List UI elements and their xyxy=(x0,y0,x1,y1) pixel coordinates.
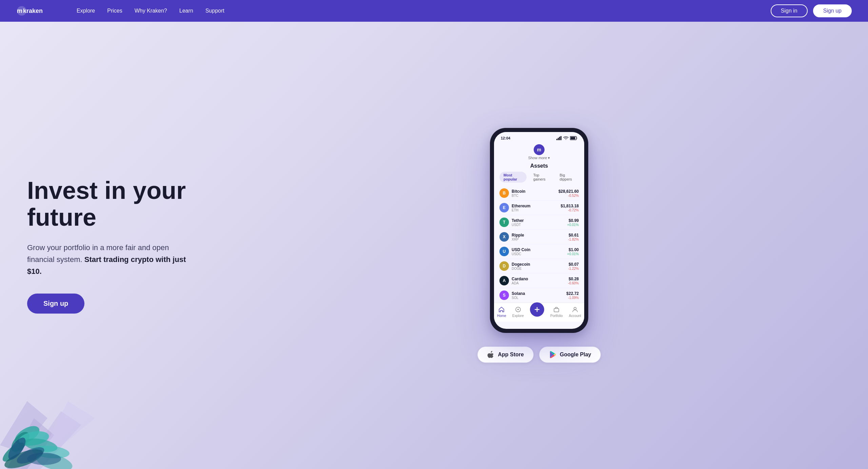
asset-icon-xrp: X xyxy=(499,232,509,242)
home-icon xyxy=(498,306,505,313)
asset-symbol: BTC xyxy=(512,194,558,198)
asset-row[interactable]: T Tether USDT $0.99 +0.01% xyxy=(499,215,579,230)
asset-icon-sol: S xyxy=(499,290,509,300)
nav-explore[interactable]: Explore xyxy=(77,8,95,14)
phone-screen: 12:04 xyxy=(494,132,584,329)
asset-row[interactable]: A Cardano ADA $0.28 -0.60% xyxy=(499,274,579,288)
svg-marker-5 xyxy=(34,401,95,469)
google-play-button[interactable]: Google Play xyxy=(539,346,601,363)
asset-symbol: ADA xyxy=(512,281,568,285)
asset-icon-usdc: U xyxy=(499,247,509,256)
asset-row[interactable]: E Ethereum ETH $1,813.18 -0.72% xyxy=(499,201,579,215)
battery-icon xyxy=(570,136,577,140)
asset-value: $0.99 xyxy=(567,218,579,223)
show-more-text: Show more ▾ xyxy=(528,156,550,160)
asset-icon-doge: D xyxy=(499,261,509,271)
svg-rect-18 xyxy=(556,139,557,140)
asset-row[interactable]: S Solana SOL $22.72 -1.09% xyxy=(499,288,579,303)
asset-name: Bitcoin xyxy=(512,189,558,194)
app-store-label: App Store xyxy=(498,352,524,358)
asset-price-btc: $28,621.60 -0.52% xyxy=(558,189,579,198)
asset-info-sol: Solana SOL xyxy=(512,291,566,300)
bottom-nav-center[interactable] xyxy=(530,306,544,318)
nav-support[interactable]: Support xyxy=(205,8,224,14)
phone-header: m Show more ▾ xyxy=(494,142,584,162)
asset-info-usdt: Tether USDT xyxy=(512,218,567,227)
asset-price-eth: $1,813.18 -0.72% xyxy=(561,204,579,212)
bottom-nav-portfolio[interactable]: Portfolio xyxy=(550,306,563,318)
asset-list: B Bitcoin BTC $28,621.60 -0.52% E Ethere… xyxy=(499,186,579,303)
phone-time: 12:04 xyxy=(501,136,510,140)
asset-change: -0.52% xyxy=(558,194,579,198)
asset-change: +0.01% xyxy=(567,223,579,227)
asset-name: Solana xyxy=(512,291,566,296)
asset-change: +0.01% xyxy=(567,252,579,256)
svg-marker-3 xyxy=(20,411,81,469)
svg-point-8 xyxy=(8,429,33,455)
google-play-icon xyxy=(549,351,556,358)
svg-point-7 xyxy=(12,423,42,448)
asset-icon-ada: A xyxy=(499,276,509,285)
asset-info-eth: Ethereum ETH xyxy=(512,204,561,212)
hero-right: 12:04 xyxy=(237,128,841,363)
logo[interactable]: m kraken xyxy=(16,5,60,16)
phone-status-bar: 12:04 xyxy=(494,132,584,142)
asset-price-sol: $22.72 -1.09% xyxy=(566,291,579,300)
asset-symbol: USDT xyxy=(512,223,567,227)
signup-hero-button[interactable]: Sign up xyxy=(27,294,84,314)
nav-why-kraken[interactable]: Why Kraken? xyxy=(135,8,167,14)
asset-info-xrp: Ripple XRP xyxy=(512,233,568,241)
svg-point-15 xyxy=(5,435,29,463)
asset-price-doge: $0.07 -1.22% xyxy=(568,262,579,270)
phone-logo-icon: m xyxy=(534,144,545,155)
signup-nav-button[interactable]: Sign up xyxy=(813,4,852,17)
signin-button[interactable]: Sign in xyxy=(771,4,808,17)
asset-row[interactable]: U USD Coin USDC $1.00 +0.01% xyxy=(499,244,579,259)
bottom-nav-account[interactable]: Account xyxy=(569,306,581,318)
tab-big-dippers[interactable]: Big dippers xyxy=(556,172,579,183)
asset-symbol: DOGE xyxy=(512,267,568,270)
assets-title: Assets xyxy=(499,163,579,169)
bottom-nav-home[interactable]: Home xyxy=(497,306,506,318)
asset-change: -1.82% xyxy=(568,238,579,241)
nav-learn[interactable]: Learn xyxy=(179,8,193,14)
asset-symbol: SOL xyxy=(512,296,566,300)
nav-prices[interactable]: Prices xyxy=(107,8,122,14)
bottom-nav-explore[interactable]: Explore xyxy=(512,306,524,318)
svg-rect-24 xyxy=(577,137,577,139)
asset-row[interactable]: B Bitcoin BTC $28,621.60 -0.52% xyxy=(499,186,579,201)
svg-point-17 xyxy=(27,453,61,465)
asset-value: $0.28 xyxy=(568,277,579,281)
svg-marker-4 xyxy=(7,418,54,469)
asset-name: Cardano xyxy=(512,277,568,281)
asset-icon-btc: B xyxy=(499,188,509,198)
asset-row[interactable]: D Dogecoin DOGE $0.07 -1.22% xyxy=(499,259,579,274)
asset-price-ada: $0.28 -0.60% xyxy=(568,277,579,285)
asset-value: $1,813.18 xyxy=(561,204,579,208)
asset-value: $0.61 xyxy=(568,233,579,238)
asset-name: Dogecoin xyxy=(512,262,568,267)
tab-top-gainers[interactable]: Top gainers xyxy=(529,172,553,183)
asset-info-btc: Bitcoin BTC xyxy=(512,189,558,198)
hero-subtitle: Grow your portfolio in a more fair and o… xyxy=(27,242,190,278)
asset-name: USD Coin xyxy=(512,247,567,252)
asset-name: Ripple xyxy=(512,233,568,238)
svg-point-13 xyxy=(2,446,45,469)
svg-point-10 xyxy=(23,436,59,454)
svg-rect-27 xyxy=(554,308,559,312)
tab-most-popular[interactable]: Most popular xyxy=(499,172,527,183)
hero-left: Invest in your future Grow your portfoli… xyxy=(27,177,237,314)
asset-row[interactable]: X Ripple XRP $0.61 -1.82% xyxy=(499,230,579,244)
asset-change: -0.60% xyxy=(568,281,579,285)
assets-tabs: Most popular Top gainers Big dippers xyxy=(499,172,579,183)
asset-icon-usdt: T xyxy=(499,218,509,227)
asset-info-doge: Dogecoin DOGE xyxy=(512,262,568,270)
asset-value: $22.72 xyxy=(566,291,579,296)
asset-icon-eth: E xyxy=(499,203,509,212)
account-icon xyxy=(571,306,579,313)
phone-bottom-nav: Home Explore xyxy=(494,303,584,322)
svg-rect-23 xyxy=(571,137,575,139)
app-store-button[interactable]: App Store xyxy=(477,346,534,363)
nav-links: Explore Prices Why Kraken? Learn Support xyxy=(77,8,771,14)
asset-info-ada: Cardano ADA xyxy=(512,277,568,285)
